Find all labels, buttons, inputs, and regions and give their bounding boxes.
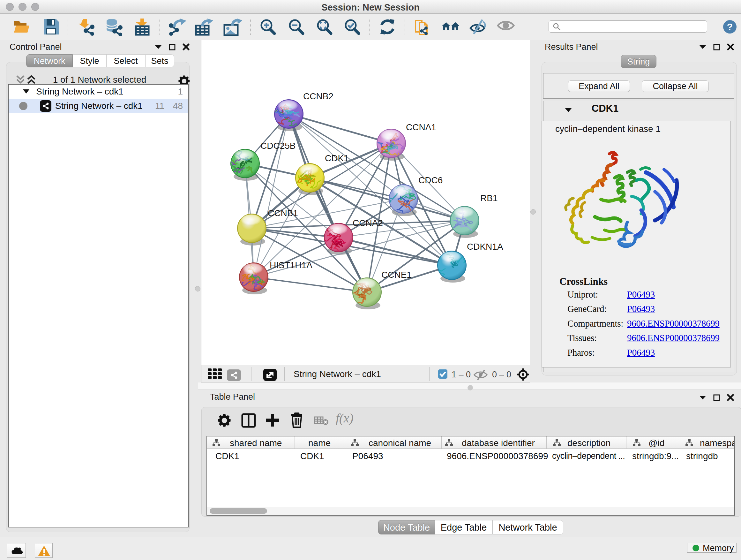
svg-text:CDK1: CDK1 [325,153,349,163]
svg-text:CCNA1: CCNA1 [406,122,436,132]
svg-text:HIST1H1A: HIST1H1A [270,260,313,270]
svg-text:CCNE1: CCNE1 [381,270,412,280]
svg-text:CDKN1A: CDKN1A [467,242,503,252]
svg-text:RB1: RB1 [480,193,497,203]
svg-text:CCNA2: CCNA2 [353,218,383,228]
svg-text:?: ? [727,21,733,32]
svg-text:CDC6: CDC6 [418,175,443,185]
svg-text:CCNB2: CCNB2 [303,91,333,101]
svg-text:CCNB1: CCNB1 [268,208,298,218]
svg-text:CDC25B: CDC25B [260,141,295,151]
